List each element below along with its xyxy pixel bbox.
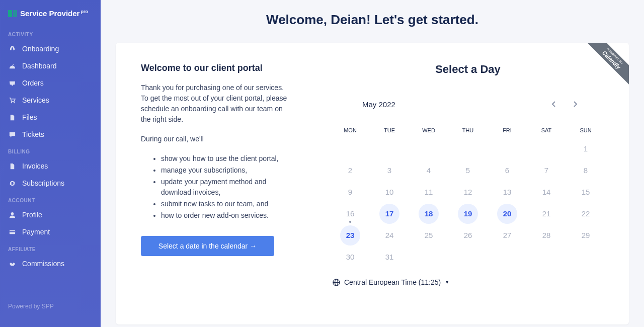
logo-text: Service Provider xyxy=(20,9,79,18)
calendar-day: 3 xyxy=(371,161,408,180)
sidebar-item-label: Payment xyxy=(22,228,50,236)
calendar-dow: WED xyxy=(411,124,447,136)
calendar-dow: THU xyxy=(450,124,486,136)
portal-paragraph-1: Thank you for purchasing one of our serv… xyxy=(141,83,292,125)
calendar-day[interactable]: 23 xyxy=(332,226,368,244)
card-icon xyxy=(8,228,16,236)
svg-point-0 xyxy=(11,102,12,103)
calendar-day: 10 xyxy=(371,183,408,201)
chat-icon xyxy=(8,130,16,138)
calendar-day: 29 xyxy=(568,226,604,244)
calendar-day: 2 xyxy=(332,161,368,180)
calendar-day[interactable]: 18 xyxy=(411,204,447,223)
sidebar-item-label: Dashboard xyxy=(22,62,57,70)
sidebar-item-commissions[interactable]: Commissions xyxy=(0,255,101,272)
calendar-day: 26 xyxy=(450,226,486,244)
svg-point-1 xyxy=(14,102,15,103)
calendar-day: 22 xyxy=(568,204,604,223)
welcome-heading: Welcome, Deian! Let's get started. xyxy=(116,12,629,28)
sidebar-item-label: Onboarding xyxy=(22,45,59,53)
chevron-right-icon xyxy=(573,101,578,108)
calendar-day: 30 xyxy=(332,248,368,266)
sidebar-section-label: AFFILIATE xyxy=(0,240,101,255)
calendar-day: 4 xyxy=(411,161,447,180)
rocket-icon xyxy=(8,45,16,53)
portal-bullet: update your payment method and download … xyxy=(161,177,292,198)
file-icon xyxy=(8,113,16,121)
sidebar-item-dashboard[interactable]: Dashboard xyxy=(0,57,101,74)
calendar-day: 15 xyxy=(568,183,604,201)
calendar-dow: FRI xyxy=(489,124,525,136)
svg-point-2 xyxy=(11,212,14,215)
refresh-icon xyxy=(8,179,16,187)
calendar-next-button[interactable] xyxy=(568,96,584,112)
calendar-day: 28 xyxy=(528,226,565,244)
sidebar-item-label: Subscriptions xyxy=(22,179,64,187)
calendar-day: 9 xyxy=(332,183,368,201)
sidebar-item-tickets[interactable]: Tickets xyxy=(0,126,101,143)
calendar-grid: MONTUEWEDTHUFRISATSUN1234567891011121314… xyxy=(332,124,604,266)
calendar-panel: Select a Day May 2022 MONTUEWEDTHUFRISAT… xyxy=(332,63,604,304)
sidebar-item-onboarding[interactable]: Onboarding xyxy=(0,40,101,57)
calendar-day: 21 xyxy=(528,204,565,223)
chevron-left-icon xyxy=(551,101,556,108)
calendar-dow: SAT xyxy=(528,124,565,136)
cart-icon xyxy=(8,96,16,104)
portal-paragraph-2: During our call, we'll xyxy=(141,134,292,144)
portal-title: Welcome to our client portal xyxy=(141,63,292,73)
calendar-day[interactable]: 17 xyxy=(371,204,408,223)
select-date-button[interactable]: Select a date in the calendar → xyxy=(141,236,274,256)
sidebar-item-services[interactable]: Services xyxy=(0,92,101,109)
calendar-dow: MON xyxy=(332,124,368,136)
calendar-dow: SUN xyxy=(568,124,604,136)
sidebar-item-label: Services xyxy=(22,96,49,104)
handshake-icon xyxy=(8,260,16,268)
file-icon xyxy=(8,162,16,170)
sidebar-section-label: ACCOUNT xyxy=(0,192,101,206)
logo-mark-icon xyxy=(8,10,17,17)
sidebar-section-label: ACTIVITY xyxy=(0,26,101,40)
logo-sup: pro xyxy=(80,9,88,14)
calendar-month-label: May 2022 xyxy=(352,100,539,109)
calendar-day: 25 xyxy=(411,226,447,244)
inbox-icon xyxy=(8,79,16,87)
sidebar-section-label: BILLING xyxy=(0,143,101,157)
svg-rect-4 xyxy=(9,231,15,232)
calendar-day: 16 xyxy=(332,204,368,223)
sidebar-item-label: Orders xyxy=(22,79,44,87)
globe-icon xyxy=(332,278,340,286)
calendar-day: 8 xyxy=(568,161,604,180)
sidebar-item-invoices[interactable]: Invoices xyxy=(0,157,101,175)
calendar-day: 13 xyxy=(489,183,525,201)
sidebar-item-payment[interactable]: Payment xyxy=(0,223,101,240)
sidebar-item-orders[interactable]: Orders xyxy=(0,74,101,92)
calendar-day[interactable]: 20 xyxy=(489,204,525,223)
calendar-dow: TUE xyxy=(371,124,408,136)
calendar-day: 31 xyxy=(371,248,408,266)
sidebar-item-label: Profile xyxy=(22,211,42,219)
calendar-day: 6 xyxy=(489,161,525,180)
calendar-day[interactable]: 19 xyxy=(450,204,486,223)
onboarding-card: POWERED BY Calendly Welcome to our clien… xyxy=(116,43,629,324)
sidebar-item-label: Files xyxy=(22,113,37,121)
portal-bullet: manage your subscriptions, xyxy=(161,165,292,176)
portal-bullet: submit new tasks to our team, and xyxy=(161,199,292,209)
sidebar-item-label: Tickets xyxy=(22,130,44,138)
sidebar-item-label: Commissions xyxy=(22,260,64,268)
calendar-prev-button[interactable] xyxy=(545,96,561,112)
gauge-icon xyxy=(8,62,16,70)
sidebar-item-subscriptions[interactable]: Subscriptions xyxy=(0,175,101,192)
sidebar-item-profile[interactable]: Profile xyxy=(0,206,101,223)
timezone-label: Central European Time (11:25) xyxy=(344,278,441,286)
portal-intro: Welcome to our client portal Thank you f… xyxy=(141,63,292,304)
timezone-selector[interactable]: Central European Time (11:25) ▼ xyxy=(332,278,604,286)
calendar-day: 5 xyxy=(450,161,486,180)
portal-bullet: how to order new add-on services. xyxy=(161,210,292,221)
logo[interactable]: Service Providerpro xyxy=(0,9,101,26)
portal-bullet: show you how to use the client portal, xyxy=(161,153,292,164)
calendar-day: 14 xyxy=(528,183,565,201)
calendar-day: 1 xyxy=(568,139,604,158)
select-day-title: Select a Day xyxy=(332,63,604,76)
sidebar: Service Providerpro ACTIVITYOnboardingDa… xyxy=(0,0,101,327)
sidebar-item-files[interactable]: Files xyxy=(0,109,101,126)
